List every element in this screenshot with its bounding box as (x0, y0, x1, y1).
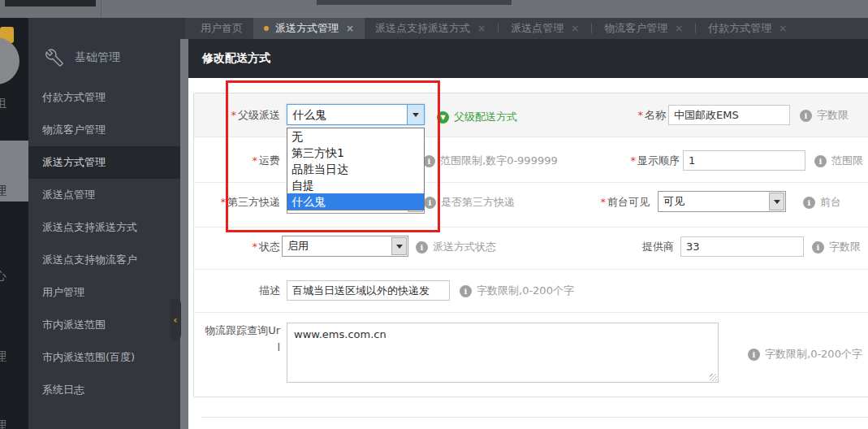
label-text: 状态 (259, 240, 280, 253)
tab-label: 派送点管理 (511, 21, 564, 36)
display-order-hint: i 范围限 (814, 154, 863, 168)
required-asterisk: * (231, 109, 237, 121)
provider-hint: i 字数限 (812, 240, 861, 254)
select-value: 启用 (283, 236, 391, 256)
info-icon: i (423, 155, 435, 167)
avatar[interactable] (0, 37, 19, 84)
name-label: *名称 (577, 108, 666, 123)
rail-item-partial[interactable]: 理 (0, 349, 28, 365)
sidebar-menu: 付款方式管理 物流客户管理 派送方式管理 派送点管理 派送点支持派送方式 派送点… (28, 81, 185, 406)
dropdown-arrow-button[interactable] (407, 105, 424, 124)
hint-text: 派送方式状态 (433, 240, 496, 254)
app-screen: 组 理 心 理 理 基础管理 付款方式管理 物流客户管理 派送方式管理 派送点管… (0, 0, 868, 429)
tab-point-support-method[interactable]: 派送点支持派送方式 × (365, 18, 496, 39)
rail-item-partial[interactable]: 理 (0, 418, 28, 429)
sidebar-item-logistics-customer[interactable]: 物流客户管理 (28, 114, 185, 146)
hint-text: 字数限 (829, 240, 861, 254)
sidebar-item-system-log[interactable]: 系统日志 (28, 374, 185, 406)
sidebar-collapse-handle[interactable]: ‹ (170, 298, 181, 340)
front-visible-select[interactable]: 可见 (658, 191, 786, 212)
link-text: 父级配送方式 (454, 110, 517, 124)
hint-text: 是否第三方快递 (441, 195, 515, 210)
sidebar-section-basic-mgmt[interactable]: 基础管理 (28, 37, 185, 78)
description-label: 描述 (191, 284, 280, 298)
dropdown-arrow-button[interactable] (769, 193, 784, 210)
close-icon[interactable]: × (477, 23, 486, 34)
tab-label: 用户首页 (201, 21, 243, 36)
info-icon: i (803, 197, 815, 209)
info-icon: i (800, 110, 812, 122)
info-icon: i (812, 241, 824, 254)
hint-text: 字数限 (817, 108, 849, 123)
rail-item-partial[interactable]: 心 (0, 268, 28, 284)
tracking-url-textarea[interactable]: www.ems.com.cn (287, 323, 719, 383)
sidebar-item-delivery-point[interactable]: 派送点管理 (28, 179, 185, 211)
hint-text: 范围限 (831, 154, 863, 168)
tab-logistics-customer-mgmt[interactable]: 物流客户管理 × (594, 18, 693, 39)
close-icon[interactable]: × (675, 23, 683, 34)
tab-label: 付款方式管理 (708, 21, 771, 36)
status-hint: i 派送方式状态 (416, 240, 496, 254)
footer-divider (201, 417, 868, 418)
dropdown-option-selected[interactable]: 什么鬼 (287, 193, 424, 210)
shipping-fee-label: *运费 (191, 154, 280, 168)
sidebar-item-payment-method[interactable]: 付款方式管理 (28, 81, 185, 114)
status-select[interactable]: 启用 (282, 236, 408, 257)
resize-grip[interactable] (710, 374, 717, 381)
parent-delivery-link[interactable]: ▼ 父级配送方式 (437, 110, 517, 124)
green-arrow-icon: ▼ (437, 111, 449, 124)
tab-delivery-point-mgmt[interactable]: 派送点管理 × (500, 18, 589, 39)
provider-label: 提供商 (585, 240, 674, 254)
sidebar-item-city-delivery-range[interactable]: 市内派送范围 (28, 309, 185, 341)
dropdown-option[interactable]: 无 (287, 128, 424, 145)
dropdown-option[interactable]: 自提 (287, 177, 424, 193)
tab-label: 物流客户管理 (604, 21, 667, 36)
close-icon[interactable]: × (779, 23, 787, 34)
sidebar-item-point-support-method[interactable]: 派送点支持派送方式 (28, 211, 185, 244)
provider-input[interactable] (680, 236, 804, 257)
status-label: *状态 (191, 240, 280, 254)
label-text: 运费 (259, 154, 280, 167)
chevron-down-icon (412, 113, 419, 117)
header-text-fragment (317, 0, 512, 5)
third-party-label: *第三方快递 (191, 195, 280, 210)
display-order-input[interactable] (683, 150, 805, 171)
required-asterisk: * (253, 154, 258, 167)
panel-title: 修改配送方式 (202, 51, 270, 66)
required-asterisk: * (631, 154, 637, 167)
close-icon[interactable]: × (346, 23, 354, 34)
label-text: 提供商 (642, 240, 674, 253)
tab-delivery-method-mgmt[interactable]: 派送方式管理 × (253, 18, 365, 39)
hint-text: 范围限制,数字0-999999 (440, 154, 558, 168)
name-hint: i 字数限 (800, 108, 849, 123)
tab-label: 派送方式管理 (275, 21, 339, 36)
row-divider (194, 227, 868, 228)
tab-separator (695, 24, 696, 33)
parent-delivery-select[interactable]: 什么鬼 (287, 104, 425, 125)
label-text: 名称 (645, 109, 666, 121)
dropdown-option[interactable]: 第三方快1 (287, 145, 424, 161)
tab-user-home[interactable]: 用户首页 (190, 18, 253, 39)
sidebar-item-point-support-customer[interactable]: 派送点支持物流客户 (28, 244, 185, 276)
chevron-down-icon (774, 200, 780, 204)
row-divider (194, 312, 868, 313)
description-input[interactable] (287, 280, 450, 301)
sidebar-item-city-delivery-range-baidu[interactable]: 市内派送范围(百度) (28, 341, 185, 374)
close-icon[interactable]: × (571, 23, 579, 34)
name-input[interactable] (668, 105, 790, 125)
row-divider (194, 269, 868, 270)
dropdown-option[interactable]: 品胜当日达 (287, 161, 424, 177)
logo-fragment (5, 0, 96, 6)
info-icon: i (814, 155, 827, 167)
sidebar: 基础管理 付款方式管理 物流客户管理 派送方式管理 派送点管理 派送点支持派送方… (28, 18, 185, 429)
tab-payment-method-mgmt[interactable]: 付款方式管理 × (697, 18, 797, 39)
hint-text: 字数限制,0-200个字 (477, 284, 574, 298)
required-asterisk: * (638, 109, 644, 121)
third-party-hint: i 是否第三方快递 (424, 195, 515, 210)
rail-item-partial[interactable]: 理 (0, 184, 28, 199)
top-bar (0, 0, 868, 18)
dropdown-arrow-button[interactable] (391, 237, 407, 255)
sidebar-item-delivery-method[interactable]: 派送方式管理 (28, 146, 185, 179)
sidebar-item-user-mgmt[interactable]: 用户管理 (28, 276, 185, 309)
rail-item-partial[interactable]: 组 (0, 96, 28, 111)
